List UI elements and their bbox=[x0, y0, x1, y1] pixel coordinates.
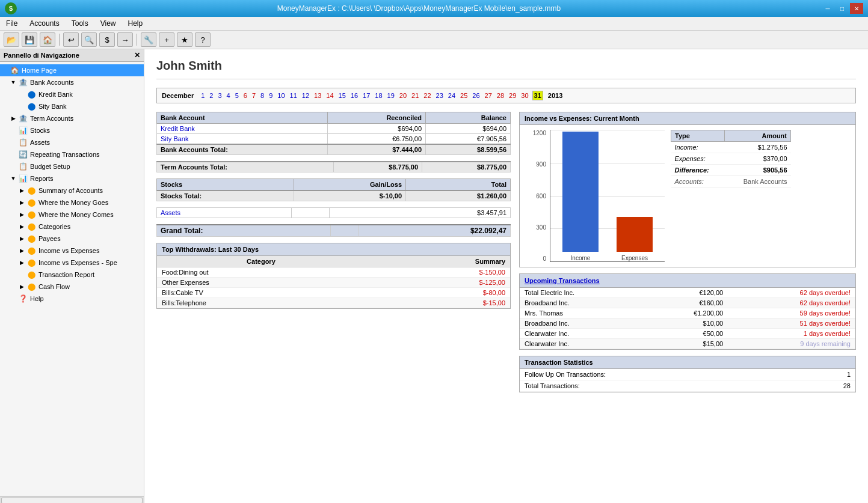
cal-day-21[interactable]: 21 bbox=[410, 91, 420, 100]
cal-day-9[interactable]: 9 bbox=[268, 91, 274, 100]
sidebar-item-where-comes[interactable]: ▶ ⬤ Where the Money Comes bbox=[0, 209, 144, 221]
withdrawal-cat-4: Bills:Telephone bbox=[157, 298, 365, 308]
cal-day-22[interactable]: 22 bbox=[422, 91, 432, 100]
y-label-600: 600 bbox=[525, 193, 546, 200]
sidebar-item-sity-bank[interactable]: ⬤ Sity Bank bbox=[0, 100, 144, 112]
stocks-table: Stocks Gain/Loss Total Stocks Total: $-1… bbox=[156, 178, 511, 201]
balance-col-header: Balance bbox=[426, 112, 511, 124]
cal-day-18[interactable]: 18 bbox=[374, 91, 383, 100]
cal-day-7[interactable]: 7 bbox=[251, 91, 257, 100]
cal-day-19[interactable]: 19 bbox=[386, 91, 396, 100]
cal-day-15[interactable]: 15 bbox=[337, 91, 347, 100]
sidebar-item-payees[interactable]: ▶ ⬤ Payees bbox=[0, 233, 144, 245]
cal-day-30[interactable]: 30 bbox=[520, 91, 529, 100]
cal-day-29[interactable]: 29 bbox=[508, 91, 517, 100]
toolbar-add[interactable]: + bbox=[159, 32, 174, 47]
cal-day-13[interactable]: 13 bbox=[313, 91, 322, 100]
assets-link[interactable]: Assets bbox=[161, 209, 180, 216]
right-column: Income vs Expenses: Current Month 1200 9… bbox=[519, 112, 856, 392]
sidebar-scrollbar[interactable] bbox=[0, 496, 144, 503]
cal-day-6[interactable]: 6 bbox=[242, 91, 248, 100]
help-icon: ❓ bbox=[18, 294, 28, 303]
maximize-button[interactable]: □ bbox=[836, 3, 849, 14]
sidebar-label-stocks: Stocks bbox=[30, 127, 50, 134]
toolbar-favorites[interactable]: ★ bbox=[177, 32, 192, 47]
cal-day-24[interactable]: 24 bbox=[447, 91, 457, 100]
sidebar-item-where-goes[interactable]: ▶ ⬤ Where the Money Goes bbox=[0, 197, 144, 209]
income-bar-label: Income bbox=[571, 255, 591, 261]
bar-chart-wrapper: 1200 900 600 300 0 bbox=[525, 130, 665, 262]
assets-amount-spacer bbox=[291, 208, 329, 218]
menu-file[interactable]: File bbox=[4, 18, 20, 29]
minimize-button[interactable]: ─ bbox=[821, 3, 834, 14]
cal-day-5[interactable]: 5 bbox=[234, 91, 240, 100]
toolbar-open[interactable]: 📂 bbox=[4, 32, 19, 47]
toolbar-search[interactable]: 🔍 bbox=[81, 32, 97, 47]
cal-day-28[interactable]: 28 bbox=[496, 91, 505, 100]
chart-content: 1200 900 600 300 0 bbox=[520, 125, 855, 267]
cal-day-26[interactable]: 26 bbox=[471, 91, 481, 100]
cal-day-14[interactable]: 14 bbox=[325, 91, 334, 100]
sidebar-item-summary[interactable]: ▶ ⬤ Summary of Accounts bbox=[0, 184, 144, 197]
cal-day-25[interactable]: 25 bbox=[459, 91, 469, 100]
menu-tools[interactable]: Tools bbox=[69, 18, 91, 29]
cal-day-17[interactable]: 17 bbox=[362, 91, 371, 100]
cal-day-10[interactable]: 10 bbox=[276, 91, 286, 100]
upcoming-row: Mrs. Thomas €1.200,00 59 days overdue! bbox=[520, 308, 855, 319]
cal-day-8[interactable]: 8 bbox=[259, 91, 265, 100]
cal-day-16[interactable]: 16 bbox=[349, 91, 359, 100]
term-total-label: Term Accounts Total: bbox=[157, 162, 334, 172]
sidebar-item-repeating-transactions[interactable]: 🔄 Repeating Transactions bbox=[0, 148, 144, 160]
cal-day-4[interactable]: 4 bbox=[226, 91, 232, 100]
grand-total-table: Grand Total: $22.092,47 bbox=[156, 224, 511, 237]
sidebar-item-transaction-report[interactable]: ⬤ Transaction Report bbox=[0, 269, 144, 281]
toolbar-help[interactable]: ? bbox=[195, 32, 211, 47]
cal-day-31[interactable]: 31 bbox=[532, 91, 543, 100]
two-column-layout: Bank Account Reconciled Balance Kredit B… bbox=[156, 112, 856, 392]
term-accounts-table: Term Accounts Total: $8.775,00 $8.775,00 bbox=[156, 161, 511, 172]
sidebar-close-button[interactable]: ✕ bbox=[134, 51, 140, 59]
upcoming-status-1: 62 days overdue! bbox=[728, 288, 855, 298]
toolbar-currency[interactable]: $ bbox=[99, 32, 115, 47]
sidebar-item-budget-setup[interactable]: 📋 Budget Setup bbox=[0, 160, 144, 172]
toolbar-settings[interactable]: 🔧 bbox=[141, 32, 156, 47]
content-area: John Smith December 1 2 3 4 5 6 7 8 9 10… bbox=[144, 49, 868, 503]
sidebar-item-income-expenses-spe[interactable]: ▶ ⬤ Income vs Expenses - Spe bbox=[0, 257, 144, 269]
sidebar-label-kredit-bank: Kredit Bank bbox=[38, 91, 73, 98]
kredit-bank-link[interactable]: Kredit Bank bbox=[161, 125, 195, 132]
menu-view[interactable]: View bbox=[98, 18, 119, 29]
cal-day-11[interactable]: 11 bbox=[289, 91, 298, 100]
sidebar-item-reports[interactable]: ▼ 📊 Reports bbox=[0, 172, 144, 184]
table-row: Kredit Bank $694,00 $694,00 bbox=[157, 124, 511, 134]
sidebar-item-income-expenses[interactable]: ▶ ⬤ Income vs Expenses bbox=[0, 245, 144, 257]
toolbar-home[interactable]: 🏠 bbox=[40, 32, 55, 47]
cal-day-1[interactable]: 1 bbox=[200, 91, 206, 100]
sidebar-item-stocks[interactable]: 📊 Stocks bbox=[0, 124, 144, 136]
sidebar-item-kredit-bank[interactable]: ⬤ Kredit Bank bbox=[0, 88, 144, 100]
toolbar-back[interactable]: ↩ bbox=[63, 32, 79, 47]
sidebar-item-help[interactable]: ❓ Help bbox=[0, 293, 144, 305]
cal-day-2[interactable]: 2 bbox=[208, 91, 214, 100]
sidebar-item-bank-accounts[interactable]: ▼ 🏦 Bank Accounts bbox=[0, 76, 144, 88]
cal-day-3[interactable]: 3 bbox=[217, 91, 223, 100]
toolbar-save[interactable]: 💾 bbox=[22, 32, 37, 47]
cal-day-20[interactable]: 20 bbox=[398, 91, 408, 100]
toolbar-forward[interactable]: → bbox=[117, 32, 133, 47]
sidebar-item-home-page[interactable]: 🏠 Home Page bbox=[0, 64, 144, 76]
cal-day-23[interactable]: 23 bbox=[435, 91, 445, 100]
upcoming-name-4: Broadband Inc. bbox=[520, 319, 645, 329]
stats-followup-label: Follow Up On Transactions: bbox=[520, 369, 802, 380]
sidebar-item-categories[interactable]: ▶ ⬤ Categories bbox=[0, 221, 144, 233]
sidebar-item-term-accounts[interactable]: ▶ 🏦 Term Accounts bbox=[0, 112, 144, 124]
cal-day-12[interactable]: 12 bbox=[301, 91, 310, 100]
upcoming-status-2: 62 days overdue! bbox=[728, 298, 855, 308]
menu-help[interactable]: Help bbox=[126, 18, 146, 29]
cal-day-27[interactable]: 27 bbox=[484, 91, 493, 100]
upcoming-transactions-link[interactable]: Upcoming Transactions bbox=[525, 277, 600, 284]
close-button[interactable]: ✕ bbox=[850, 3, 863, 14]
chart-legend: Type Amount Income: $1.275,56 bbox=[671, 130, 791, 187]
sidebar-item-assets[interactable]: 📋 Assets bbox=[0, 136, 144, 148]
sidebar-item-cash-flow[interactable]: ▶ ⬤ Cash Flow bbox=[0, 281, 144, 293]
sity-bank-link[interactable]: Sity Bank bbox=[161, 135, 188, 142]
menu-accounts[interactable]: Accounts bbox=[27, 18, 61, 29]
